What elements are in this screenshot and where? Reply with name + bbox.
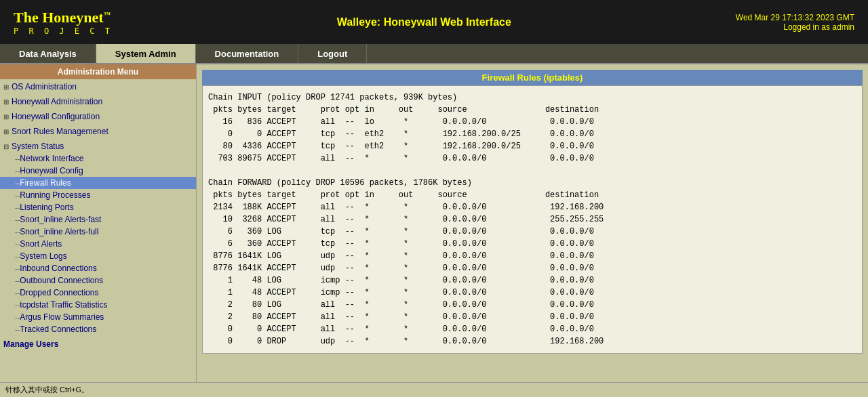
center-title: Walleye: Honeywall Web Interface bbox=[337, 16, 511, 28]
sidebar-item-snort-inline-full[interactable]: Snort_inline Alerts-full bbox=[0, 226, 196, 238]
content-title: Firewall Rules (iptables) bbox=[202, 70, 863, 85]
datetime-area: Wed Mar 29 17:13:32 2023 GMT Logged in a… bbox=[736, 13, 854, 32]
sidebar-section-snort-rules: ⊞ Snort Rules Managemenet bbox=[0, 124, 196, 139]
nav: Data Analysis System Admin Documentation… bbox=[0, 44, 868, 64]
sidebar-item-snort-inline-fast[interactable]: Snort_inline Alerts-fast bbox=[0, 213, 196, 226]
sidebar-item-tracked-connections[interactable]: Tracked Connections bbox=[0, 323, 196, 335]
header: The Honeynet™ P R O J E C T Walleye: Hon… bbox=[0, 0, 868, 44]
expand-icon-hw-config: ⊞ bbox=[3, 113, 9, 121]
nav-system-admin[interactable]: System Admin bbox=[96, 44, 196, 63]
sidebar-group-hw-config-label: Honeywall Configuration bbox=[12, 112, 100, 121]
sidebar-item-tcpdstat[interactable]: tcpdstat Traffic Statistics bbox=[0, 299, 196, 311]
datetime-text: Wed Mar 29 17:13:32 2023 GMT bbox=[736, 13, 854, 22]
sidebar-group-system-status-label: System Status bbox=[12, 142, 64, 151]
logo-title: The Honeynet™ bbox=[14, 9, 113, 26]
sidebar-item-firewall-rules[interactable]: Firewall Rules bbox=[0, 177, 196, 189]
nav-documentation[interactable]: Documentation bbox=[196, 44, 299, 63]
sidebar-item-running-processes[interactable]: Running Processes bbox=[0, 189, 196, 201]
sidebar-item-network-interface[interactable]: Network Interface bbox=[0, 152, 196, 165]
sidebar-manage-users[interactable]: Manage Users bbox=[0, 337, 196, 352]
logo-tm: ™ bbox=[104, 10, 111, 18]
status-bar: 针移入其中或按 Ctrl+G。 bbox=[0, 382, 868, 397]
sidebar-group-os-admin[interactable]: ⊞ OS Administration bbox=[0, 81, 196, 93]
sidebar-section-system-status: ⊟ System Status Network Interface Honeyw… bbox=[0, 139, 196, 337]
logged-in-text: Logged in as admin bbox=[736, 22, 854, 32]
sidebar-item-inbound-connections[interactable]: Inbound Connections bbox=[0, 262, 196, 274]
expand-icon-system-status: ⊟ bbox=[3, 143, 9, 150]
sidebar-group-hw-admin-label: Honeywall Administration bbox=[12, 97, 102, 106]
sidebar-section-honeywall-admin: ⊞ Honeywall Administration bbox=[0, 94, 196, 109]
sidebar-item-argus-flow[interactable]: Argus Flow Summaries bbox=[0, 311, 196, 323]
main-layout: Administration Menu ⊞ OS Administration … bbox=[0, 64, 868, 382]
sidebar-item-system-logs[interactable]: System Logs bbox=[0, 250, 196, 262]
sidebar-group-os-label: OS Administration bbox=[12, 82, 77, 91]
sidebar-item-honeywall-config[interactable]: Honeywall Config bbox=[0, 165, 196, 177]
nav-data-analysis[interactable]: Data Analysis bbox=[0, 44, 96, 63]
nav-logout[interactable]: Logout bbox=[298, 44, 367, 63]
sidebar-item-dropped-connections[interactable]: Dropped Connections bbox=[0, 287, 196, 299]
logo-area: The Honeynet™ P R O J E C T bbox=[14, 9, 113, 36]
sidebar-item-listening-ports[interactable]: Listening Ports bbox=[0, 201, 196, 213]
sidebar-section-os: ⊞ OS Administration bbox=[0, 79, 196, 94]
sidebar-group-honeywall-config[interactable]: ⊞ Honeywall Configuration bbox=[0, 110, 196, 123]
logo-text: The Honeynet bbox=[14, 9, 104, 26]
logo-subtitle: P R O J E C T bbox=[14, 26, 113, 36]
sidebar-header: Administration Menu bbox=[0, 64, 196, 79]
sidebar-item-outbound-connections[interactable]: Outbound Connections bbox=[0, 274, 196, 287]
sidebar-group-snort-rules-label: Snort Rules Managemenet bbox=[12, 127, 108, 136]
status-text: 针移入其中或按 Ctrl+G。 bbox=[5, 385, 89, 395]
expand-icon-hw-admin: ⊞ bbox=[3, 98, 9, 106]
sidebar-section-honeywall-config: ⊞ Honeywall Configuration bbox=[0, 109, 196, 124]
sidebar-group-honeywall-admin[interactable]: ⊞ Honeywall Administration bbox=[0, 96, 196, 108]
sidebar-group-snort-rules[interactable]: ⊞ Snort Rules Managemenet bbox=[0, 125, 196, 138]
expand-icon-os: ⊞ bbox=[3, 83, 9, 91]
sidebar-group-system-status[interactable]: ⊟ System Status bbox=[0, 140, 196, 152]
sidebar: Administration Menu ⊞ OS Administration … bbox=[0, 64, 197, 382]
content-area: Firewall Rules (iptables) Chain INPUT (p… bbox=[197, 64, 868, 382]
firewall-rules-content[interactable]: Chain INPUT (policy DROP 12741 packets, … bbox=[202, 85, 863, 354]
sidebar-item-snort-alerts[interactable]: Snort Alerts bbox=[0, 238, 196, 250]
expand-icon-snort-rules: ⊞ bbox=[3, 128, 9, 135]
